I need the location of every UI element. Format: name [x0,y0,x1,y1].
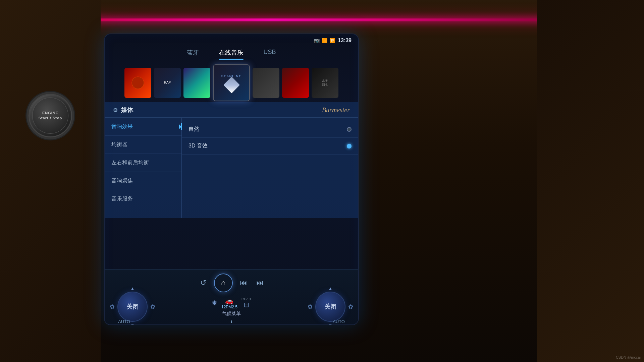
album-art-featured: SEANLINE [214,65,249,101]
option-3d-label: 3D 音效 [189,142,208,149]
right-panel [537,0,644,362]
status-time: 13:39 [338,38,352,44]
status-icons: 📷 📶 🛜 [314,38,335,43]
option-natural-dot[interactable] [347,127,352,132]
left-fan-icon-left: ✿ [110,303,115,310]
album-art-7: 盒子回头 [312,68,338,98]
gear-icon: ⚙ [113,107,118,113]
climate-controls-row: ▲ ✿ 关闭 ✿ ▼ ❄ 🚗 12PM2.5 [105,295,358,318]
media-header: ⚙ 媒体 Burmester [105,102,358,118]
watermark: CSDN @mccai [616,355,641,359]
settings-item-balance[interactable]: 左右和前后均衡 [105,154,181,172]
ambient-light-strip [67,18,577,21]
album-row: RAP SEANLINE 盒子回头 [105,63,358,102]
left-fan-up-arrow[interactable]: ▲ [130,286,135,291]
album-thumb-2[interactable]: RAP [154,68,181,98]
settings-item-focus[interactable]: 音响聚焦 [105,172,181,190]
bottom-controls: ↺ ⌂ ⏮ ⏭ ▲ ✿ 关闭 ✿ ▼ ❄ [105,269,358,324]
right-fan-dial[interactable]: 关闭 [315,292,345,322]
right-fan-label: 关闭 [324,303,336,311]
album-art-3 [183,68,210,98]
media-panel-title: 媒体 [121,106,133,114]
burmester-brand: Burmester [322,106,350,114]
rear-defrost-icon[interactable]: ⊟ [244,301,249,309]
right-fan-up-arrow[interactable]: ▲ [328,286,333,291]
car-pm-display: 🚗 12PM2.5 [221,297,237,309]
back-button[interactable]: ↺ [198,277,209,289]
left-fan-row: ✿ 关闭 ✿ [110,292,155,322]
featured-diamond-art [223,77,239,93]
album-thumb-5[interactable] [253,68,279,98]
left-fan-down-arrow[interactable]: ▼ [130,322,135,325]
center-climate-icons: ❄ 🚗 12PM2.5 REAR ⊟ [212,297,251,309]
signal-icon: 📶 [322,38,327,43]
nav-tabs: 蓝牙 在线音乐 USB [105,45,358,63]
defrost-icon[interactable]: ❄ [212,299,217,307]
album-thumb-3[interactable] [183,68,210,98]
album-art-2: RAP [154,68,181,98]
pm-value: 12PM2.5 [221,305,237,309]
climate-menu-label[interactable]: 气候菜单 [222,311,241,317]
next-track-button[interactable]: ⏭ [254,277,266,289]
left-auto-label: AUTO [118,319,130,324]
left-fan-icon-right: ✿ [150,303,155,310]
settings-container: 音响效果 均衡器 左右和前后均衡 音响聚焦 音乐服务 自然 3D 音效 [105,118,358,218]
right-fan-icon-left: ✿ [308,303,313,310]
settings-item-music-service[interactable]: 音乐服务 [105,190,181,208]
tab-bluetooth[interactable]: 蓝牙 [183,47,202,58]
album-thumb-7[interactable]: 盒子回头 [312,68,338,98]
wifi-icon: 🛜 [329,38,335,43]
album-art-1 [124,68,151,98]
svg-point-0 [132,77,144,89]
settings-item-sound-effects[interactable]: 音响效果 [105,118,181,136]
tab-online-music[interactable]: 在线音乐 [216,47,247,58]
home-button[interactable]: ⌂ [214,274,233,292]
center-climate-section: ❄ 🚗 12PM2.5 REAR ⊟ 气候菜单 [212,297,251,317]
prev-track-button[interactable]: ⏮ [238,277,249,289]
status-bar: 📷 📶 🛜 13:39 [105,34,358,45]
settings-item-equalizer[interactable]: 均衡器 [105,136,181,154]
album-thumb-6[interactable] [282,68,309,98]
tab-usb[interactable]: USB [260,47,279,58]
right-fan-down-arrow[interactable]: ▼ [328,322,333,325]
option-3d-dot[interactable] [347,144,352,148]
album-thumb-1[interactable] [124,68,151,98]
media-panel: ⚙ 媒体 Burmester 音响效果 均衡器 左右和前后均衡 音响聚焦 音乐服… [105,102,358,218]
car-silhouette-icon: 🚗 [225,297,233,305]
album-thumb-featured[interactable]: SEANLINE [213,64,250,101]
rear-label: REAR [241,297,251,301]
settings-menu: 音响效果 均衡器 左右和前后均衡 音响聚焦 音乐服务 [105,118,182,218]
option-3d-effect[interactable]: 3D 音效 [182,138,358,155]
rear-defrost-area: REAR ⊟ [241,297,251,309]
right-auto-label: AUTO [333,319,345,324]
main-screen: 📷 📶 🛜 13:39 蓝牙 在线音乐 USB RAP SEANLINE [104,34,359,325]
left-panel: ENGINE Start / Stop [0,0,101,362]
camera-icon: 📷 [314,38,320,43]
album-art-5 [253,68,279,98]
right-fan-icon-right: ✿ [348,303,353,310]
option-natural[interactable]: 自然 [182,121,358,138]
left-climate-section: ▲ ✿ 关闭 ✿ ▼ [110,286,155,325]
settings-content: 自然 3D 音效 [182,118,358,218]
left-fan-label: 关闭 [126,303,139,311]
right-fan-row: ✿ 关闭 ✿ [308,292,353,322]
album-art-6 [282,68,309,98]
temperature-icon: 🌡 [229,319,234,324]
media-title-area: ⚙ 媒体 [113,106,133,114]
left-fan-dial[interactable]: 关闭 [117,292,148,322]
right-climate-section: ▲ ✿ 关闭 ✿ ▼ [308,286,353,325]
option-natural-label: 自然 [189,126,199,133]
engine-button-label: ENGINE Start / Stop [39,111,62,121]
engine-start-stop-button[interactable]: ENGINE Start / Stop [29,94,72,137]
